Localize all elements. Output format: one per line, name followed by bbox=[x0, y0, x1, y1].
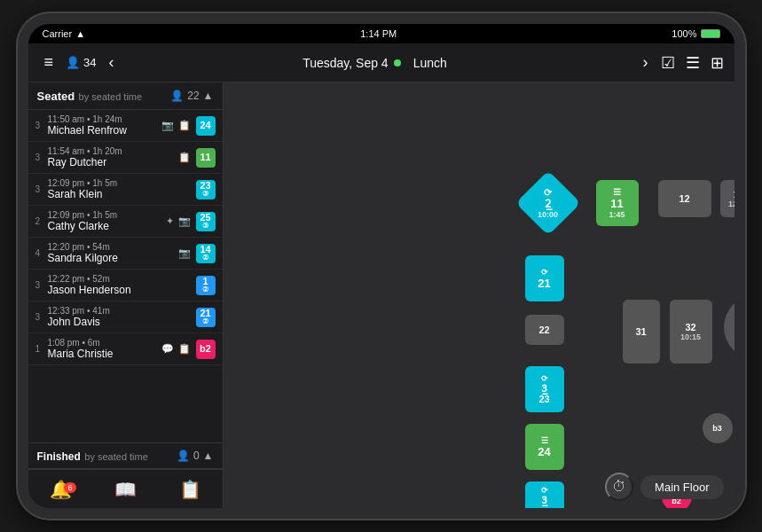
seated-title: Seated bbox=[37, 90, 75, 103]
party-size: 3 bbox=[35, 280, 44, 290]
guest-time: 12:33 pm • 41m bbox=[48, 306, 192, 316]
finished-title-group: Finished by seated time bbox=[37, 448, 148, 464]
table-24[interactable]: ⟳ 2̲ 10:00 bbox=[515, 170, 581, 236]
finished-header: Finished by seated time 👤 0 ▲ bbox=[28, 442, 223, 469]
guest-info: 12:20 pm • 54m Sandra Kilgore bbox=[48, 242, 175, 264]
tablet-screen: Carrier ▲ 1:14 PM 100% ≡ 👤 34 ‹ Tuesday,… bbox=[28, 24, 735, 508]
nav-bar: ≡ 👤 34 ‹ Tuesday, Sep 4 Lunch › ☑ ☰ ⊞ bbox=[28, 43, 735, 82]
list-item[interactable]: 3 11:54 am • 1h 20m Ray Dutcher 📋 11 bbox=[28, 142, 223, 174]
status-right: 100% bbox=[672, 28, 719, 39]
table-num: 31 bbox=[635, 326, 646, 337]
list-item[interactable]: 3 12:33 pm • 41m John Davis 21 ② bbox=[28, 301, 223, 333]
party-size: 2 bbox=[35, 216, 44, 226]
guest-name: Sandra Kilgore bbox=[48, 252, 175, 264]
list-item[interactable]: 1 1:08 pm • 6m Maria Christie 💬 📋 b2 bbox=[28, 333, 223, 365]
camera-icon: 📷 bbox=[178, 215, 191, 227]
guest-name: Ray Dutcher bbox=[48, 156, 175, 168]
list-icon[interactable]: ☰ bbox=[686, 53, 700, 73]
date-label: Tuesday, Sep 4 bbox=[302, 56, 389, 70]
status-center: 1:14 PM bbox=[360, 28, 397, 39]
list-item[interactable]: 4 12:20 pm • 54m Sandra Kilgore 📷 14 ② bbox=[28, 238, 223, 270]
table-num: 24 bbox=[538, 445, 550, 458]
table-25[interactable]: ⟳ 3̲ 25 bbox=[525, 481, 564, 508]
seated-count: 👤 22 ▲ bbox=[170, 90, 213, 102]
guest-name: Maria Christie bbox=[48, 348, 158, 360]
table-21[interactable]: ⟳ 21 bbox=[525, 255, 564, 301]
guest-name: Jason Henderson bbox=[48, 284, 192, 296]
table-icon: ⟳ bbox=[541, 374, 548, 383]
table-num: 11 bbox=[610, 197, 623, 210]
chat-icon: 💬 bbox=[161, 343, 174, 355]
person-icon-2: 👤 bbox=[170, 90, 184, 102]
date-section: Tuesday, Sep 4 Lunch bbox=[126, 56, 630, 70]
seated-count-label: 22 bbox=[187, 90, 199, 102]
camera-icon: 📷 bbox=[178, 247, 191, 259]
table-24-rect[interactable]: ☰ 24 bbox=[525, 424, 564, 470]
seated-header: Seated by seated time 👤 22 ▲ bbox=[28, 82, 223, 110]
main-content: Seated by seated time 👤 22 ▲ 3 11:50 bbox=[28, 82, 735, 508]
table-num: 12 bbox=[679, 193, 689, 204]
list-item[interactable]: 3 12:09 pm • 1h 5m Sarah Klein 23 ③ bbox=[28, 174, 223, 206]
finished-collapse-icon[interactable]: ▲ bbox=[203, 450, 214, 462]
collapse-icon[interactable]: ▲ bbox=[203, 90, 214, 102]
table-b3[interactable]: b3 bbox=[703, 413, 733, 443]
guest-time: 12:22 pm • 52m bbox=[48, 274, 192, 284]
person-icon: 👤 bbox=[66, 56, 80, 69]
party-size: 3 bbox=[35, 312, 44, 322]
guest-info: 1:08 pm • 6m Maria Christie bbox=[48, 338, 158, 360]
menu-button[interactable]: ≡ bbox=[39, 51, 59, 74]
list-item[interactable]: 2 12:09 pm • 1h 5m Cathy Clarke ✦ 📷 25 ③ bbox=[28, 206, 223, 238]
battery-icon bbox=[701, 29, 720, 38]
guest-action-icons: 📷 bbox=[178, 247, 192, 259]
table-31[interactable]: 31 bbox=[623, 300, 660, 364]
tab-bar: 🔔 6 📖 📋 bbox=[28, 469, 223, 508]
notification-badge: 6 bbox=[64, 482, 76, 493]
note-icon: 📋 bbox=[178, 343, 191, 355]
main-floor-button[interactable]: Main Floor bbox=[640, 475, 723, 499]
next-date-button[interactable]: › bbox=[638, 51, 654, 74]
floor-plan: ⟳ 2̲ 10:00 ☰ 11 1:45 12 13 bbox=[224, 82, 735, 508]
table-badge: b2 bbox=[196, 340, 216, 359]
table-icon: ⟳ bbox=[541, 268, 548, 277]
guest-name: Michael Renfrow bbox=[48, 124, 158, 137]
tab-waitlist[interactable]: 📋 bbox=[158, 479, 223, 500]
table-num: 13 bbox=[733, 189, 734, 200]
tab-book[interactable]: 📖 bbox=[93, 479, 158, 500]
table-22[interactable]: 22 bbox=[525, 315, 564, 345]
table-num: 21 bbox=[538, 277, 550, 290]
checklist-icon[interactable]: ☑ bbox=[661, 53, 675, 73]
clock-button[interactable]: ⏱ bbox=[605, 473, 633, 501]
list-item[interactable]: 3 11:50 am • 1h 24m Michael Renfrow 📷 📋 … bbox=[28, 110, 223, 142]
party-size: 1 bbox=[35, 344, 44, 354]
guest-list: 3 11:50 am • 1h 24m Michael Renfrow 📷 📋 … bbox=[28, 110, 223, 442]
table-32[interactable]: 32 10:15 bbox=[670, 300, 712, 364]
table-33[interactable]: 33 bbox=[724, 295, 735, 359]
list-item[interactable]: 3 12:22 pm • 52m Jason Henderson 1 ② bbox=[28, 270, 223, 301]
map-icon[interactable]: ⊞ bbox=[711, 53, 724, 73]
table-23[interactable]: ⟳ 3̲ 23 bbox=[525, 366, 564, 412]
table-badge: 25 ③ bbox=[196, 212, 216, 231]
table-11[interactable]: ☰ 11 1:45 bbox=[596, 180, 639, 226]
table-13[interactable]: 13 12:30 bbox=[720, 180, 735, 217]
person-icon-3: 👤 bbox=[177, 450, 190, 462]
nav-icons: ☑ ☰ ⊞ bbox=[661, 53, 724, 73]
tab-notifications[interactable]: 🔔 6 bbox=[28, 479, 93, 500]
prev-date-button[interactable]: ‹ bbox=[103, 51, 119, 74]
guest-time: 11:54 am • 1h 20m bbox=[48, 146, 175, 156]
guest-time: 12:09 pm • 1h 5m bbox=[48, 210, 162, 220]
left-panel: Seated by seated time 👤 22 ▲ 3 11:50 bbox=[28, 82, 224, 508]
table-badge: 23 ③ bbox=[196, 180, 216, 200]
guest-time: 12:09 pm • 1h 5m bbox=[48, 178, 192, 188]
table-12[interactable]: 12 bbox=[658, 180, 711, 217]
table-badge: 11 bbox=[196, 148, 216, 168]
guest-time: 12:20 pm • 54m bbox=[48, 242, 175, 252]
table-sublabel: 23 bbox=[538, 394, 549, 404]
guest-time: 1:08 pm • 6m bbox=[48, 338, 158, 348]
guest-count-section: 👤 34 bbox=[66, 56, 96, 69]
table-sublabel: 25 bbox=[538, 506, 549, 509]
table-badge: 21 ② bbox=[196, 308, 216, 327]
seated-subtitle: by seated time bbox=[79, 91, 143, 102]
table-time: 10:15 bbox=[680, 332, 701, 341]
guest-time: 11:50 am • 1h 24m bbox=[48, 114, 158, 124]
status-left: Carrier ▲ bbox=[43, 28, 86, 39]
